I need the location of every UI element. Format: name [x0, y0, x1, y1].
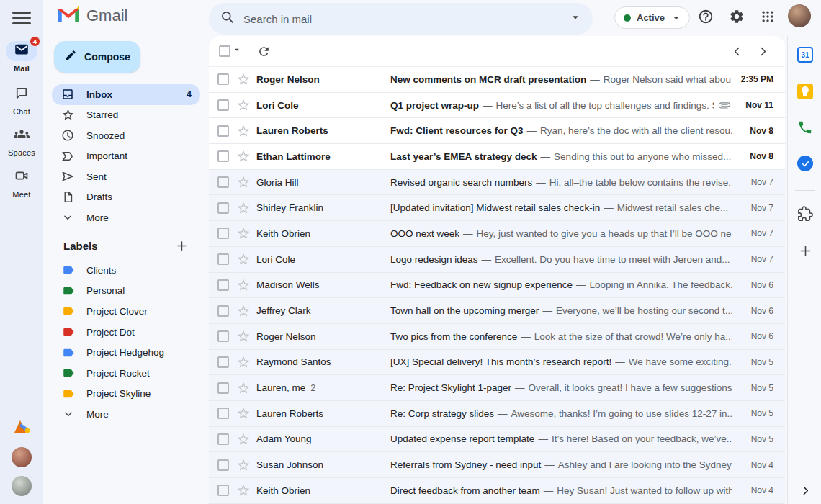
row-checkbox[interactable] — [217, 408, 229, 419]
email-row[interactable]: Adam Young Updated expense report templa… — [209, 427, 785, 453]
row-checkbox[interactable] — [217, 125, 229, 137]
label-item[interactable]: Clients — [43, 260, 209, 281]
star-icon[interactable] — [236, 98, 251, 112]
label-item[interactable]: Project Clover — [43, 301, 209, 322]
star-icon[interactable] — [236, 149, 251, 163]
email-row[interactable]: Raymond Santos [UX] Special delivery! Th… — [209, 350, 785, 376]
sidebar-item-inbox[interactable]: Inbox 4 — [52, 84, 200, 105]
contact-avatar-2[interactable] — [12, 476, 32, 496]
keep-icon[interactable] — [796, 82, 815, 101]
star-icon[interactable] — [236, 406, 251, 420]
row-checkbox[interactable] — [217, 485, 229, 496]
email-row[interactable]: Lori Cole Logo redesign ideas—Excellent.… — [209, 247, 785, 273]
refresh-button[interactable] — [255, 42, 272, 60]
voice-icon[interactable] — [796, 118, 815, 137]
email-row[interactable]: Lori Cole Q1 project wrap-up—Here’s a li… — [209, 93, 785, 119]
rail-item-mail[interactable]: 4 Mail — [0, 41, 43, 73]
search-input[interactable] — [243, 13, 568, 25]
star-icon[interactable] — [236, 226, 251, 240]
email-row[interactable]: Lauren Roberts Re: Corp strategy slides—… — [209, 401, 785, 427]
row-checkbox[interactable] — [217, 382, 229, 394]
row-checkbox[interactable] — [217, 305, 229, 317]
email-row[interactable]: Keith Obrien OOO next week—Hey, just wan… — [209, 221, 785, 247]
main-menu-icon[interactable] — [12, 9, 31, 27]
star-icon[interactable] — [236, 278, 251, 292]
compose-button[interactable]: Compose — [54, 41, 140, 73]
email-row[interactable]: Ethan Lattimore Last year’s EMEA strateg… — [209, 144, 785, 170]
row-checkbox[interactable] — [217, 73, 229, 85]
tasks-icon[interactable] — [796, 154, 815, 173]
row-checkbox[interactable] — [217, 356, 229, 368]
email-row[interactable]: Susan Johnson Referrals from Sydney - ne… — [209, 452, 785, 478]
help-button[interactable] — [696, 6, 716, 27]
email-row[interactable]: Lauren Roberts Fwd: Client resources for… — [209, 118, 785, 144]
star-icon[interactable] — [236, 355, 251, 369]
search-bar[interactable] — [209, 3, 593, 35]
get-addons-puzzle-icon[interactable] — [796, 204, 815, 223]
older-page-button[interactable] — [754, 42, 771, 60]
email-row[interactable]: Lauren, me2 Re: Project Skylight 1-pager… — [209, 375, 785, 401]
star-icon[interactable] — [236, 483, 251, 498]
rail-item-meet[interactable]: Meet — [0, 167, 43, 199]
sidebar-item-important[interactable]: Important — [52, 146, 200, 167]
star-icon[interactable] — [236, 201, 251, 215]
sidebar-item-more[interactable]: More — [52, 207, 200, 228]
row-checkbox[interactable] — [217, 459, 229, 471]
google-apps-button[interactable] — [758, 6, 778, 27]
email-subject: Logo redesign ideas — [390, 254, 478, 265]
star-icon[interactable] — [236, 72, 251, 86]
rail-item-spaces[interactable]: Spaces — [0, 125, 43, 157]
row-checkbox[interactable] — [217, 330, 229, 342]
sidebar-item-starred[interactable]: Starred — [52, 105, 200, 126]
row-checkbox[interactable] — [217, 228, 229, 239]
contact-avatar-1[interactable] — [12, 447, 32, 467]
email-row[interactable]: Madison Wells Fwd: Feedback on new signu… — [209, 273, 785, 299]
star-icon[interactable] — [236, 252, 251, 266]
search-options-caret-icon[interactable] — [568, 10, 583, 27]
labels-more[interactable]: More — [43, 404, 209, 425]
email-row[interactable]: Roger Nelson Two pics from the conferenc… — [209, 324, 785, 350]
status-selector[interactable]: Active — [614, 6, 690, 29]
row-checkbox[interactable] — [217, 202, 229, 214]
select-caret-icon[interactable] — [232, 45, 242, 58]
email-row[interactable]: Shirley Franklin [Updated invitation] Mi… — [209, 195, 785, 221]
expand-side-panel-icon[interactable] — [796, 481, 815, 500]
sidebar-item-snoozed[interactable]: Snoozed — [52, 125, 200, 146]
row-checkbox[interactable] — [217, 99, 229, 111]
sidebar-label-starred: Starred — [86, 109, 118, 120]
label-item[interactable]: Project Dot — [43, 322, 209, 343]
row-checkbox[interactable] — [217, 253, 229, 265]
star-icon[interactable] — [236, 124, 251, 138]
rail-divider — [795, 190, 815, 191]
email-row[interactable]: Jeffrey Clark Town hall on the upcoming … — [209, 298, 785, 324]
account-avatar[interactable] — [788, 4, 811, 27]
create-label-button[interactable] — [173, 237, 190, 254]
label-item[interactable]: Project Skyline — [43, 384, 209, 405]
row-checkbox[interactable] — [217, 176, 229, 188]
row-checkbox[interactable] — [217, 279, 229, 291]
star-icon[interactable] — [236, 432, 251, 446]
star-icon[interactable] — [236, 175, 251, 189]
rail-item-chat[interactable]: Chat — [0, 84, 43, 116]
label-item[interactable]: Personal — [43, 281, 209, 302]
subject-snippet-separator: — — [604, 202, 614, 213]
settings-button[interactable] — [727, 6, 747, 27]
label-item[interactable]: Project Hedgehog — [43, 342, 209, 363]
star-icon[interactable] — [236, 458, 251, 472]
label-item[interactable]: Project Rocket — [43, 363, 209, 384]
star-icon[interactable] — [236, 381, 251, 395]
star-icon[interactable] — [236, 329, 251, 343]
add-side-panel-app-button[interactable] — [796, 241, 815, 260]
select-all-checkbox[interactable] — [219, 45, 230, 57]
row-checkbox[interactable] — [217, 433, 229, 445]
sidebar-item-sent[interactable]: Sent — [52, 166, 200, 187]
calendar-icon[interactable]: 31 — [796, 45, 815, 64]
email-row[interactable]: Roger Nelson New comments on MCR draft p… — [209, 67, 785, 93]
email-row[interactable]: Gloria Hill Revised organic search numbe… — [209, 170, 785, 196]
newer-page-button[interactable] — [728, 42, 745, 60]
label-tag-icon — [62, 387, 75, 400]
row-checkbox[interactable] — [217, 150, 229, 162]
sidebar-item-drafts[interactable]: Drafts — [52, 187, 200, 208]
email-row[interactable]: Keith Obrien Direct feedback from anothe… — [209, 478, 785, 504]
star-icon[interactable] — [236, 304, 251, 318]
